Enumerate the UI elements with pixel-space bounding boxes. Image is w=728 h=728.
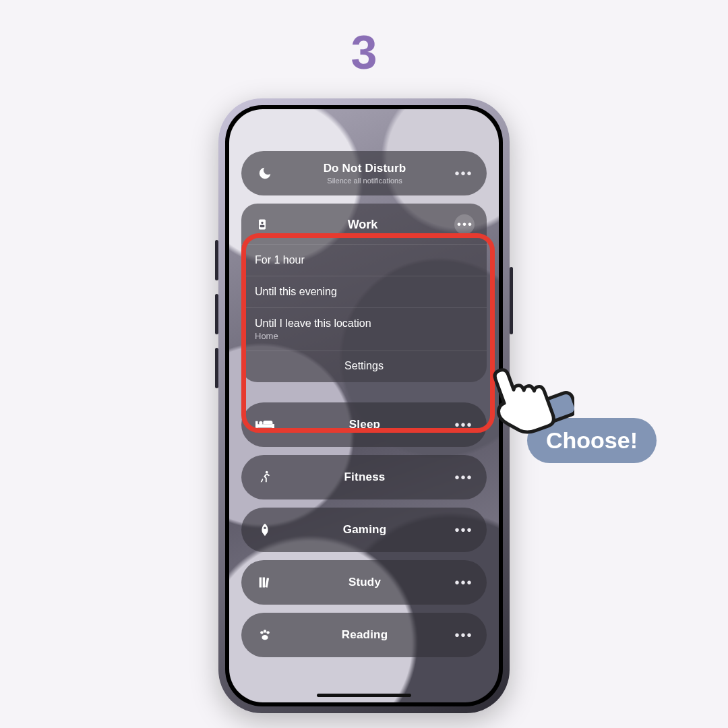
focus-card-work: Work ••• For 1 hour Until this evening U… — [241, 204, 487, 382]
focus-pill-label: Fitness — [287, 471, 442, 484]
svg-point-6 — [259, 421, 262, 425]
svg-rect-2 — [260, 225, 265, 227]
svg-point-8 — [264, 526, 266, 529]
phone-bezel: Do Not Disturb Silence all notifications… — [225, 105, 503, 706]
svg-rect-11 — [265, 578, 269, 588]
option-label: Until I leave this location — [255, 317, 371, 329]
phone-screen: Do Not Disturb Silence all notifications… — [229, 109, 499, 702]
more-icon[interactable]: ••• — [454, 628, 473, 642]
svg-rect-0 — [259, 220, 266, 230]
svg-rect-10 — [263, 578, 265, 588]
focus-pill-label: Sleep — [287, 418, 442, 431]
duration-option-1hour[interactable]: For 1 hour — [241, 244, 487, 276]
rocket-icon — [255, 522, 275, 537]
svg-rect-5 — [272, 424, 275, 429]
pointer-hand-icon — [473, 349, 574, 453]
step-number: 3 — [351, 26, 377, 80]
focus-pill-label: Gaming — [287, 523, 442, 537]
phone-mockup: Do Not Disturb Silence all notifications… — [218, 98, 510, 713]
running-icon — [255, 470, 275, 485]
svg-point-12 — [260, 631, 263, 634]
focus-pill-title: Do Not Disturb Silence all notifications — [287, 162, 442, 185]
svg-point-1 — [261, 222, 263, 224]
focus-pill-sleep[interactable]: Sleep ••• — [241, 402, 487, 447]
focus-pill-label: Study — [287, 576, 442, 589]
focus-pill-dnd[interactable]: Do Not Disturb Silence all notifications… — [241, 151, 487, 195]
more-button[interactable]: ••• — [454, 214, 475, 235]
duration-option-evening[interactable]: Until this evening — [241, 276, 487, 307]
paw-icon — [255, 628, 275, 642]
more-icon[interactable]: ••• — [454, 166, 473, 180]
svg-rect-9 — [260, 578, 262, 588]
books-icon — [255, 576, 275, 589]
svg-point-14 — [266, 631, 269, 634]
svg-point-15 — [262, 635, 268, 640]
focus-card-title: Work — [282, 218, 444, 232]
focus-card-header[interactable]: Work ••• — [241, 204, 487, 244]
bed-icon — [255, 419, 275, 431]
badge-icon — [253, 218, 271, 231]
home-indicator — [317, 694, 411, 697]
svg-point-13 — [264, 630, 266, 632]
more-icon[interactable]: ••• — [454, 523, 473, 537]
focus-pill-label: Reading — [287, 628, 442, 642]
svg-point-7 — [266, 471, 268, 474]
more-icon[interactable]: ••• — [454, 471, 473, 484]
option-sublabel: Home — [255, 331, 473, 341]
more-icon[interactable]: ••• — [454, 576, 473, 589]
duration-option-location[interactable]: Until I leave this location Home — [241, 307, 487, 351]
svg-rect-4 — [255, 421, 258, 429]
focus-pill-fitness[interactable]: Fitness ••• — [241, 455, 487, 499]
moon-icon — [255, 166, 275, 181]
settings-link[interactable]: Settings — [241, 351, 487, 382]
svg-rect-3 — [255, 424, 274, 427]
focus-pill-study[interactable]: Study ••• — [241, 560, 487, 605]
focus-pill-gaming[interactable]: Gaming ••• — [241, 508, 487, 552]
more-icon[interactable]: ••• — [454, 418, 473, 431]
focus-pill-reading[interactable]: Reading ••• — [241, 613, 487, 657]
